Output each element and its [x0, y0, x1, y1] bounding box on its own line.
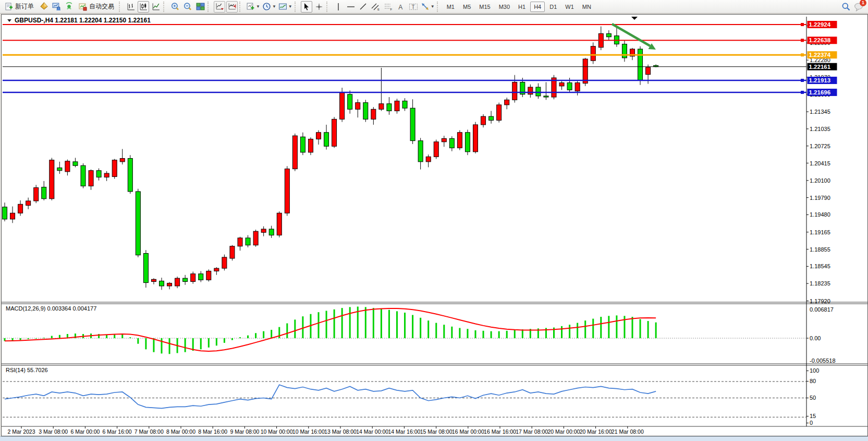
macd-bar — [647, 321, 649, 338]
chart-area[interactable]: 1.229001.225901.222801.219701.216601.213… — [2, 15, 867, 436]
time-axis-label: 13 Mar 08:00 — [324, 428, 357, 435]
candle-body — [160, 281, 164, 286]
vertical-line-button[interactable] — [333, 1, 344, 13]
candle-body — [638, 49, 643, 80]
candle-body — [410, 108, 415, 140]
candle-body — [300, 137, 305, 152]
candle-body — [3, 207, 7, 219]
macd-bar — [137, 338, 139, 344]
macd-bar — [349, 307, 351, 338]
fibonacci-button[interactable]: F — [383, 1, 394, 13]
candle-body — [175, 278, 180, 286]
price-label: 1.22161 — [809, 64, 831, 70]
level-anchor[interactable] — [801, 91, 804, 94]
candle-body — [191, 274, 195, 282]
timeframe-w1[interactable]: W1 — [561, 2, 578, 12]
macd-bar — [231, 338, 233, 340]
bar-chart-button[interactable] — [125, 1, 137, 13]
new-order-button[interactable]: 新订单 — [2, 1, 37, 13]
macd-bar — [616, 315, 617, 338]
timeframe-mn[interactable]: MN — [579, 2, 595, 12]
notifications-button[interactable]: 1 — [853, 1, 864, 13]
candle-body — [418, 141, 423, 162]
candle-body — [57, 168, 62, 170]
price-label: 1.22638 — [809, 37, 831, 43]
new-chart-button[interactable]: ▼ — [246, 1, 261, 13]
candle-body — [96, 171, 101, 177]
auto-trading-button[interactable]: 自动交易 — [76, 1, 117, 13]
toolbar-separator — [119, 2, 124, 12]
timeframe-d1[interactable]: D1 — [546, 2, 560, 12]
candle-body — [371, 109, 376, 119]
auto-scroll-button[interactable] — [214, 1, 225, 13]
candlestick-chart-icon — [139, 2, 148, 11]
zoom-out-button[interactable] — [182, 1, 193, 13]
timeframe-m15[interactable]: M15 — [475, 2, 494, 12]
cursor-button[interactable] — [301, 1, 312, 13]
macd-bar — [255, 333, 256, 338]
bar-chart-icon — [127, 2, 136, 11]
rsi-axis-label: 50 — [810, 395, 816, 401]
macd-axis-label: 0.006817 — [810, 306, 834, 313]
horizontal-line-button[interactable] — [345, 1, 357, 13]
macd-bar — [514, 330, 516, 338]
chart-shift-button[interactable] — [226, 1, 238, 13]
candlestick-chart-button[interactable] — [138, 1, 149, 13]
tile-windows-button[interactable] — [194, 1, 206, 13]
timeframe-h1[interactable]: H1 — [515, 2, 529, 12]
candle-body — [81, 165, 85, 186]
main-toolbar: 新订单 自动交易 — [0, 0, 868, 14]
macd-bar — [224, 338, 225, 343]
vertical-line-icon — [335, 3, 342, 11]
zoom-in-button[interactable] — [169, 1, 181, 13]
signals-button[interactable] — [63, 1, 75, 13]
timeframe-m1[interactable]: M1 — [443, 2, 458, 12]
level-anchor[interactable] — [801, 79, 804, 82]
templates-button[interactable]: ▼ — [278, 1, 293, 13]
timeframe-group: M1M5M15M30H1H4D1W1MN — [443, 2, 595, 12]
timeframe-m5[interactable]: M5 — [459, 2, 474, 12]
macd-bar — [286, 324, 288, 338]
crosshair-button[interactable] — [313, 1, 325, 13]
macd-bar — [341, 308, 343, 338]
shapes-button[interactable]: ▼ — [420, 1, 435, 13]
macd-bar — [51, 336, 53, 338]
dropdown-caret: ▼ — [288, 4, 292, 9]
search-button[interactable] — [840, 1, 852, 13]
macd-bar — [427, 320, 429, 338]
candle-body — [269, 229, 274, 235]
market-watch-button[interactable] — [51, 1, 62, 13]
macd-bar — [396, 311, 398, 338]
macd-bar — [43, 338, 45, 338]
macd-bar — [373, 308, 374, 338]
candle-body — [253, 231, 258, 245]
line-chart-button[interactable] — [150, 1, 162, 13]
toolbar-separator — [163, 2, 168, 12]
candle-body — [151, 279, 156, 281]
price-tick-label: 1.21345 — [810, 109, 830, 115]
text-button[interactable]: A — [395, 1, 407, 13]
timeframe-m30[interactable]: M30 — [495, 2, 514, 12]
candle-body — [42, 187, 46, 199]
periods-button[interactable]: ▼ — [262, 1, 277, 13]
level-anchor[interactable] — [801, 39, 804, 42]
macd-bar — [381, 309, 382, 338]
timeframe-h4[interactable]: H4 — [530, 2, 545, 12]
trendline-button[interactable] — [358, 1, 369, 13]
candle-body — [559, 83, 564, 86]
level-anchor[interactable] — [801, 23, 804, 26]
level-anchor[interactable] — [801, 53, 804, 56]
templates-icon — [278, 2, 287, 11]
zoom-in-icon — [170, 2, 180, 11]
macd-bar — [365, 307, 366, 338]
trendline-icon — [359, 3, 368, 11]
macd-bar — [608, 316, 609, 338]
candle-body — [261, 229, 266, 232]
favorites-button[interactable] — [38, 1, 50, 13]
equidistant-channel-button[interactable]: E — [370, 1, 382, 13]
toolbar-separator — [437, 2, 442, 12]
text-label-button[interactable]: T — [408, 1, 419, 13]
toolbar-separator — [326, 2, 331, 12]
new-chart-icon — [246, 2, 255, 11]
candle-body — [65, 161, 70, 172]
